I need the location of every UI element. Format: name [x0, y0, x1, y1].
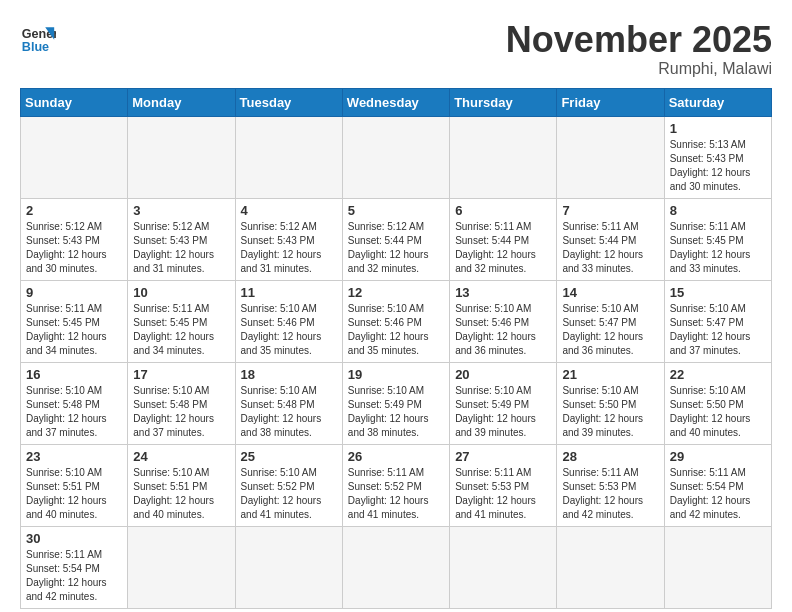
calendar-cell: 5Sunrise: 5:12 AM Sunset: 5:44 PM Daylig…	[342, 198, 449, 280]
calendar-cell	[235, 116, 342, 198]
calendar-week-5: 30Sunrise: 5:11 AM Sunset: 5:54 PM Dayli…	[21, 526, 772, 608]
day-number: 22	[670, 367, 766, 382]
day-info: Sunrise: 5:13 AM Sunset: 5:43 PM Dayligh…	[670, 138, 766, 194]
calendar-week-0: 1Sunrise: 5:13 AM Sunset: 5:43 PM Daylig…	[21, 116, 772, 198]
day-info: Sunrise: 5:10 AM Sunset: 5:47 PM Dayligh…	[670, 302, 766, 358]
day-info: Sunrise: 5:12 AM Sunset: 5:44 PM Dayligh…	[348, 220, 444, 276]
calendar-cell: 26Sunrise: 5:11 AM Sunset: 5:52 PM Dayli…	[342, 444, 449, 526]
day-number: 3	[133, 203, 229, 218]
calendar-cell: 15Sunrise: 5:10 AM Sunset: 5:47 PM Dayli…	[664, 280, 771, 362]
calendar-cell: 22Sunrise: 5:10 AM Sunset: 5:50 PM Dayli…	[664, 362, 771, 444]
day-info: Sunrise: 5:10 AM Sunset: 5:51 PM Dayligh…	[26, 466, 122, 522]
day-number: 29	[670, 449, 766, 464]
calendar-cell: 18Sunrise: 5:10 AM Sunset: 5:48 PM Dayli…	[235, 362, 342, 444]
day-info: Sunrise: 5:10 AM Sunset: 5:46 PM Dayligh…	[241, 302, 337, 358]
location-title: Rumphi, Malawi	[506, 60, 772, 78]
calendar-cell	[342, 116, 449, 198]
day-info: Sunrise: 5:12 AM Sunset: 5:43 PM Dayligh…	[26, 220, 122, 276]
day-number: 15	[670, 285, 766, 300]
calendar-cell: 11Sunrise: 5:10 AM Sunset: 5:46 PM Dayli…	[235, 280, 342, 362]
logo: General Blue	[20, 20, 56, 56]
day-number: 4	[241, 203, 337, 218]
day-info: Sunrise: 5:10 AM Sunset: 5:49 PM Dayligh…	[455, 384, 551, 440]
calendar-cell	[128, 526, 235, 608]
day-number: 16	[26, 367, 122, 382]
calendar-cell: 29Sunrise: 5:11 AM Sunset: 5:54 PM Dayli…	[664, 444, 771, 526]
title-section: November 2025 Rumphi, Malawi	[506, 20, 772, 78]
day-info: Sunrise: 5:11 AM Sunset: 5:52 PM Dayligh…	[348, 466, 444, 522]
calendar-cell: 7Sunrise: 5:11 AM Sunset: 5:44 PM Daylig…	[557, 198, 664, 280]
calendar-cell: 9Sunrise: 5:11 AM Sunset: 5:45 PM Daylig…	[21, 280, 128, 362]
calendar-cell: 27Sunrise: 5:11 AM Sunset: 5:53 PM Dayli…	[450, 444, 557, 526]
calendar-cell: 28Sunrise: 5:11 AM Sunset: 5:53 PM Dayli…	[557, 444, 664, 526]
day-info: Sunrise: 5:11 AM Sunset: 5:44 PM Dayligh…	[562, 220, 658, 276]
weekday-header-monday: Monday	[128, 88, 235, 116]
weekday-header-sunday: Sunday	[21, 88, 128, 116]
calendar-cell: 14Sunrise: 5:10 AM Sunset: 5:47 PM Dayli…	[557, 280, 664, 362]
calendar-cell: 24Sunrise: 5:10 AM Sunset: 5:51 PM Dayli…	[128, 444, 235, 526]
calendar-cell	[557, 116, 664, 198]
day-info: Sunrise: 5:10 AM Sunset: 5:50 PM Dayligh…	[670, 384, 766, 440]
day-info: Sunrise: 5:10 AM Sunset: 5:51 PM Dayligh…	[133, 466, 229, 522]
page-header: General Blue November 2025 Rumphi, Malaw…	[20, 20, 772, 78]
weekday-header-tuesday: Tuesday	[235, 88, 342, 116]
calendar-cell: 6Sunrise: 5:11 AM Sunset: 5:44 PM Daylig…	[450, 198, 557, 280]
day-number: 8	[670, 203, 766, 218]
weekday-header-row: SundayMondayTuesdayWednesdayThursdayFrid…	[21, 88, 772, 116]
day-number: 26	[348, 449, 444, 464]
day-info: Sunrise: 5:10 AM Sunset: 5:48 PM Dayligh…	[26, 384, 122, 440]
calendar-cell	[128, 116, 235, 198]
calendar-week-1: 2Sunrise: 5:12 AM Sunset: 5:43 PM Daylig…	[21, 198, 772, 280]
calendar-cell	[21, 116, 128, 198]
day-info: Sunrise: 5:10 AM Sunset: 5:50 PM Dayligh…	[562, 384, 658, 440]
calendar-cell: 25Sunrise: 5:10 AM Sunset: 5:52 PM Dayli…	[235, 444, 342, 526]
day-info: Sunrise: 5:10 AM Sunset: 5:48 PM Dayligh…	[133, 384, 229, 440]
weekday-header-saturday: Saturday	[664, 88, 771, 116]
day-number: 9	[26, 285, 122, 300]
calendar-cell: 3Sunrise: 5:12 AM Sunset: 5:43 PM Daylig…	[128, 198, 235, 280]
calendar-cell	[450, 526, 557, 608]
day-number: 23	[26, 449, 122, 464]
calendar-cell: 2Sunrise: 5:12 AM Sunset: 5:43 PM Daylig…	[21, 198, 128, 280]
calendar-week-4: 23Sunrise: 5:10 AM Sunset: 5:51 PM Dayli…	[21, 444, 772, 526]
day-number: 6	[455, 203, 551, 218]
calendar-cell: 20Sunrise: 5:10 AM Sunset: 5:49 PM Dayli…	[450, 362, 557, 444]
calendar-cell: 1Sunrise: 5:13 AM Sunset: 5:43 PM Daylig…	[664, 116, 771, 198]
day-info: Sunrise: 5:10 AM Sunset: 5:46 PM Dayligh…	[455, 302, 551, 358]
day-number: 5	[348, 203, 444, 218]
day-info: Sunrise: 5:11 AM Sunset: 5:44 PM Dayligh…	[455, 220, 551, 276]
calendar-cell: 8Sunrise: 5:11 AM Sunset: 5:45 PM Daylig…	[664, 198, 771, 280]
day-info: Sunrise: 5:10 AM Sunset: 5:47 PM Dayligh…	[562, 302, 658, 358]
day-info: Sunrise: 5:12 AM Sunset: 5:43 PM Dayligh…	[241, 220, 337, 276]
calendar-cell: 12Sunrise: 5:10 AM Sunset: 5:46 PM Dayli…	[342, 280, 449, 362]
calendar-week-3: 16Sunrise: 5:10 AM Sunset: 5:48 PM Dayli…	[21, 362, 772, 444]
day-number: 30	[26, 531, 122, 546]
day-number: 12	[348, 285, 444, 300]
day-number: 27	[455, 449, 551, 464]
day-info: Sunrise: 5:10 AM Sunset: 5:49 PM Dayligh…	[348, 384, 444, 440]
calendar-cell	[235, 526, 342, 608]
weekday-header-wednesday: Wednesday	[342, 88, 449, 116]
logo-icon: General Blue	[20, 20, 56, 56]
calendar-week-2: 9Sunrise: 5:11 AM Sunset: 5:45 PM Daylig…	[21, 280, 772, 362]
day-info: Sunrise: 5:11 AM Sunset: 5:45 PM Dayligh…	[670, 220, 766, 276]
calendar-cell: 4Sunrise: 5:12 AM Sunset: 5:43 PM Daylig…	[235, 198, 342, 280]
weekday-header-thursday: Thursday	[450, 88, 557, 116]
day-info: Sunrise: 5:10 AM Sunset: 5:52 PM Dayligh…	[241, 466, 337, 522]
day-info: Sunrise: 5:11 AM Sunset: 5:53 PM Dayligh…	[455, 466, 551, 522]
day-number: 7	[562, 203, 658, 218]
calendar-cell: 13Sunrise: 5:10 AM Sunset: 5:46 PM Dayli…	[450, 280, 557, 362]
calendar-cell	[450, 116, 557, 198]
calendar-cell	[342, 526, 449, 608]
calendar-cell	[664, 526, 771, 608]
calendar-table: SundayMondayTuesdayWednesdayThursdayFrid…	[20, 88, 772, 609]
day-info: Sunrise: 5:11 AM Sunset: 5:54 PM Dayligh…	[26, 548, 122, 604]
day-number: 18	[241, 367, 337, 382]
month-title: November 2025	[506, 20, 772, 60]
calendar-cell	[557, 526, 664, 608]
calendar-cell: 21Sunrise: 5:10 AM Sunset: 5:50 PM Dayli…	[557, 362, 664, 444]
day-number: 28	[562, 449, 658, 464]
day-number: 20	[455, 367, 551, 382]
svg-text:Blue: Blue	[22, 40, 49, 54]
calendar-cell: 23Sunrise: 5:10 AM Sunset: 5:51 PM Dayli…	[21, 444, 128, 526]
